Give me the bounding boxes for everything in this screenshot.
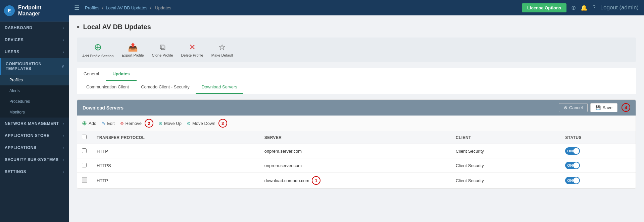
sidebar-label-users: USERS — [5, 50, 19, 54]
row2-checkbox[interactable] — [82, 163, 87, 167]
hamburger-icon[interactable]: ☰ — [74, 4, 80, 11]
row2-server: onprem.server.com — [260, 158, 451, 173]
sidebar-item-profiles[interactable]: Profiles — [0, 75, 69, 85]
delete-icon: ✕ — [189, 43, 196, 52]
row1-toggle-label: ON — [565, 149, 573, 153]
remove-button[interactable]: ⊗ Remove 2 — [120, 119, 153, 128]
topbar-left: ☰ Profiles / Local AV DB Updates / Updat… — [74, 4, 173, 11]
help-icon[interactable]: ? — [592, 4, 595, 11]
inner-tabs: Communication Client Comodo Client - Sec… — [77, 81, 636, 94]
row1-checkbox[interactable] — [82, 148, 87, 153]
clone-profile-button[interactable]: ⧉ Clone Profile — [152, 43, 173, 57]
cancel-label: Cancel — [569, 105, 583, 110]
row3-toggle[interactable]: ON — [565, 177, 580, 184]
row3-protocol: HTTP — [92, 173, 260, 189]
sidebar-item-users[interactable]: USERS › — [0, 46, 69, 58]
move-down-label: Move Down — [192, 121, 215, 126]
row1-checkbox-cell — [77, 144, 92, 158]
row2-protocol: HTTPS — [92, 158, 260, 173]
sidebar-item-monitors[interactable]: Monitors — [0, 107, 69, 118]
tab-general[interactable]: General — [77, 68, 106, 81]
row1-protocol: HTTP — [92, 144, 260, 158]
add-icon: ⊕ — [94, 42, 102, 53]
page-icon: ▪ — [77, 22, 80, 31]
make-default-button[interactable]: ☆ Make Default — [211, 43, 233, 57]
table-row: HTTP download.comodo.com 1 Client Securi… — [77, 173, 636, 189]
sidebar-item-security[interactable]: SECURITY SUB-SYSTEMS › — [0, 154, 69, 166]
panel-header: Download Servers ⊗ Cancel 💾 Save 4 — [77, 100, 636, 116]
chevron-right-icon: › — [63, 146, 64, 150]
sidebar-item-settings[interactable]: SETTINGS › — [0, 166, 69, 178]
main-content: ☰ Profiles / Local AV DB Updates / Updat… — [69, 0, 644, 222]
sidebar-sub-config: Profiles Alerts Procedures Monitors — [0, 75, 69, 118]
logout-button[interactable]: Logout (admin) — [600, 4, 639, 11]
edit-button[interactable]: ✎ Edit — [102, 121, 114, 126]
row3-checkbox-cell — [77, 173, 92, 189]
table-wrap: TRANSFER PROTOCOL SERVER CLIENT STATUS H… — [77, 131, 636, 189]
move-up-button[interactable]: ⊙ Move Up — [159, 121, 182, 126]
sidebar-item-dashboard[interactable]: DASHBOARD › — [0, 22, 69, 34]
move-down-button[interactable]: ⊙ Move Down 3 — [187, 119, 227, 128]
app-logo: E Endpoint Manager — [0, 0, 69, 22]
row1-toggle-knob — [573, 148, 579, 154]
row3-checkbox-icon[interactable] — [82, 177, 87, 183]
row2-toggle[interactable]: ON — [565, 162, 580, 169]
sidebar-item-alerts[interactable]: Alerts — [0, 85, 69, 96]
page-title-row: ▪ Local AV DB Updates — [77, 22, 636, 31]
cancel-button[interactable]: ⊗ Cancel — [559, 103, 588, 112]
add-label: Add — [89, 121, 96, 126]
breadcrumb-localav[interactable]: Local AV DB Updates — [106, 5, 147, 10]
sidebar-label-settings: SETTINGS — [5, 169, 26, 174]
delete-profile-button[interactable]: ✕ Delete Profile — [181, 43, 203, 57]
select-all-checkbox[interactable] — [82, 135, 87, 139]
save-button[interactable]: 💾 Save — [590, 103, 617, 112]
breadcrumb-profiles[interactable]: Profiles — [85, 5, 99, 10]
tab-download-servers[interactable]: Download Servers — [196, 81, 243, 94]
sidebar-sub-label-profiles: Profiles — [9, 78, 23, 82]
tab-comodo-security[interactable]: Comodo Client - Security — [135, 81, 196, 94]
move-up-label: Move Up — [164, 121, 182, 126]
make-default-label: Make Default — [211, 53, 233, 57]
sidebar: E Endpoint Manager DASHBOARD › DEVICES ›… — [0, 0, 69, 222]
remove-label: Remove — [126, 121, 142, 126]
row3-server: download.comodo.com 1 — [260, 173, 451, 189]
table-row: HTTP onprem.server.com Client Security O… — [77, 144, 636, 158]
bell-icon[interactable]: 🔔 — [581, 4, 588, 11]
row2-client: Client Security — [451, 158, 560, 173]
row2-toggle-label: ON — [565, 163, 573, 167]
sidebar-label-applications: APPLICATIONS — [5, 145, 36, 150]
panel-actions: ⊗ Cancel 💾 Save 4 — [559, 103, 630, 112]
chevron-right-icon: › — [63, 170, 64, 174]
sidebar-item-network[interactable]: NETWORK MANAGEMENT › — [0, 118, 69, 130]
row1-toggle[interactable]: ON — [565, 147, 580, 155]
clone-profile-label: Clone Profile — [152, 53, 173, 57]
table-header-row: TRANSFER PROTOCOL SERVER CLIENT STATUS — [77, 131, 636, 144]
add-button[interactable]: ⊕ Add — [82, 120, 96, 127]
select-all-col — [77, 131, 92, 144]
sidebar-item-procedures[interactable]: Procedures — [0, 96, 69, 107]
annotation-2: 2 — [145, 119, 153, 128]
export-profile-button[interactable]: 📤 Export Profile — [122, 43, 144, 57]
breadcrumb-current: Updates — [155, 5, 171, 10]
chevron-right-icon: › — [63, 50, 64, 54]
annotation-4: 4 — [622, 103, 630, 112]
topbar-right: License Options ⊕ 🔔 ? Logout (admin) — [522, 3, 639, 12]
add-profile-section-button[interactable]: ⊕ Add Profile Section — [82, 42, 114, 58]
tab-updates[interactable]: Updates — [106, 68, 136, 81]
row2-checkbox-cell — [77, 158, 92, 173]
tab-comm-client[interactable]: Communication Client — [80, 81, 135, 94]
content-area: ▪ Local AV DB Updates ⊕ Add Profile Sect… — [69, 15, 644, 222]
add-profile-section-label: Add Profile Section — [82, 54, 114, 58]
sidebar-item-config[interactable]: CONFIGURATION TEMPLATES ∨ — [0, 58, 69, 75]
license-options-button[interactable]: License Options — [522, 3, 566, 12]
sidebar-label-dashboard: DASHBOARD — [5, 25, 33, 30]
col-protocol: TRANSFER PROTOCOL — [92, 131, 260, 144]
sidebar-item-devices[interactable]: DEVICES › — [0, 34, 69, 46]
row2-toggle-wrap: ON — [565, 162, 631, 169]
panel-title: Download Servers — [83, 105, 123, 110]
sidebar-item-applications[interactable]: APPLICATIONS › — [0, 142, 69, 154]
sidebar-item-appstore[interactable]: APPLICATION STORE › — [0, 130, 69, 142]
col-server: SERVER — [260, 131, 451, 144]
notifications-icon[interactable]: ⊕ — [571, 4, 576, 11]
row3-status: ON — [560, 173, 636, 189]
